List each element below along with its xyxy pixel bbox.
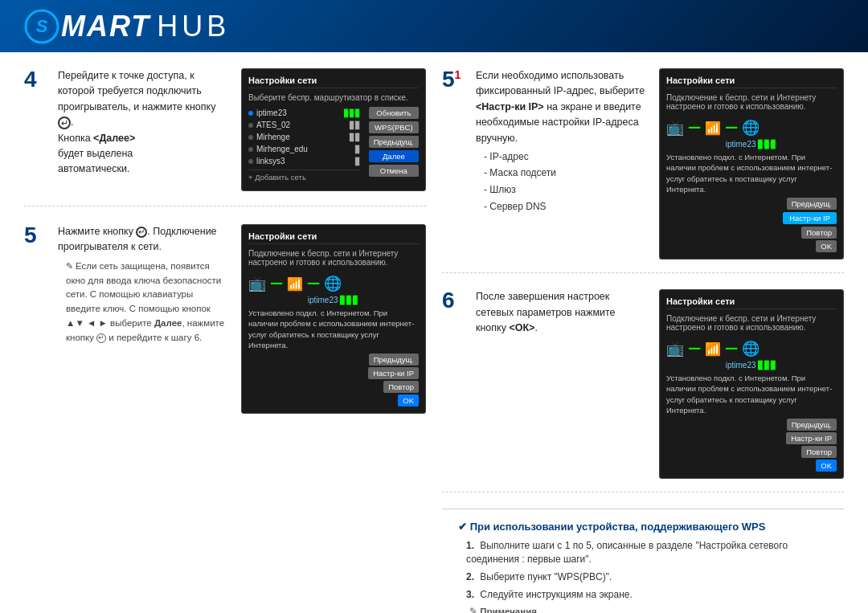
network-list: iptime23▊▊▊ ATES_02▊▊ Mirhenge▊▊ Mirheng…: [248, 107, 361, 167]
ok-btn-5-1[interactable]: OK: [816, 240, 837, 252]
logo-icon: S: [24, 9, 59, 44]
net-item-1[interactable]: iptime23▊▊▊: [248, 107, 361, 119]
step-6-text: После завершения настроек сетевых параме…: [476, 289, 648, 479]
connection-diagram-5: 📺 ━━ 📶 ━━ 🌐: [248, 272, 419, 296]
wps-btn[interactable]: WPS(PBC): [369, 121, 419, 133]
net-item-5[interactable]: linksys3▊: [248, 155, 361, 167]
panel-buttons-5-1: Предыдущ. Настр-ки IP Повтор OK: [666, 198, 837, 252]
wps-note-label: Примечания: [458, 606, 828, 613]
panel-status-5-1: Подключение к беспр. сети и Интернету на…: [666, 93, 837, 111]
panel-status-5: Подключение к беспр. сети и Интернету на…: [248, 249, 419, 267]
connection-diagram-5-1: 📺 ━━ 📶 ━━ 🌐: [666, 116, 837, 140]
status-text-5: Установлено подкл. с Интернетом. При нал…: [248, 308, 419, 350]
wps-section: При использовании устройства, поддержива…: [442, 509, 844, 613]
prev-btn-5-1[interactable]: Предыдущ.: [787, 198, 837, 210]
step-4-block: 4 Перейдите к точке доступа, к которой т…: [24, 68, 426, 206]
arrow2-5: ━━: [308, 278, 319, 289]
wifi-icon-5-1: 📶: [705, 121, 721, 136]
panel-buttons-6: Предыдущ. Настр-ки IP Повтор OK: [666, 419, 837, 472]
panel-title-6: Настройки сети: [666, 296, 837, 309]
wifi-icon-6: 📶: [705, 341, 721, 357]
ip-settings-list: IP-адрес Маска подсети Шлюз Сервер DNS: [476, 149, 648, 214]
globe-icon-5-1: 🌐: [742, 119, 760, 137]
status-text-5-1: Установлено подкл. с Интернетом. При нал…: [666, 152, 837, 194]
step-4-number: 4: [24, 68, 47, 191]
logo-mart: MART: [61, 10, 150, 43]
panel-title-4: Настройки сети: [248, 76, 419, 88]
ssid-label-5-1: iptime23 ▊▊▊: [666, 140, 837, 149]
wps-list: 1. Выполните шаги с 1 по 5, описанные в …: [458, 539, 828, 601]
logo-hub: HUB: [157, 10, 230, 43]
panel-buttons-4: Обновить WPS(PBC) Предыдущ. Далее Отмена: [369, 107, 419, 184]
ssid-label-5: iptime23 ▊▊▊: [248, 296, 419, 304]
net-item-4[interactable]: Mirhenge_edu▊: [248, 143, 361, 155]
status-text-6: Установлено подкл. с Интернетом. При нал…: [666, 373, 837, 415]
ip-settings-btn-6[interactable]: Настр-ки IP: [786, 432, 837, 444]
left-column: 4 Перейдите к точке доступа, к которой т…: [24, 68, 426, 613]
globe-icon-6: 🌐: [742, 340, 760, 358]
step-6-number: 6: [442, 289, 465, 479]
right-column: 51 Если необходимо использовать фиксиров…: [442, 68, 844, 613]
step-6-block: 6 После завершения настроек сетевых пара…: [442, 289, 844, 492]
step-4-text: Перейдите к точке доступа, к которой тре…: [58, 68, 230, 191]
wifi-icon-5: 📶: [287, 276, 303, 292]
step-6-image: Настройки сети Подключение к беспр. сети…: [659, 289, 844, 479]
header: S MART HUB: [0, 0, 868, 52]
ok-btn-6[interactable]: OK: [816, 460, 837, 472]
tv-icon-5: 📺: [248, 275, 266, 292]
step-5-1-block: 51 Если необходимо использовать фиксиров…: [442, 68, 844, 273]
wps-item-2: 2. Выберите пункт "WPS(PBC)".: [466, 570, 828, 584]
tv-icon-6: 📺: [666, 340, 684, 358]
prev-btn-6[interactable]: Предыдущ.: [787, 419, 837, 431]
globe-icon-5: 🌐: [324, 275, 342, 292]
panel-title-5-1: Настройки сети: [666, 76, 837, 88]
wps-item-3: 3. Следуйте инструкциям на экране.: [466, 588, 828, 602]
ip-settings-btn-5[interactable]: Настр-ки IP: [368, 367, 419, 379]
step-5-text: Нажмите кнопку ↵. Подключение проигрыват…: [58, 224, 230, 414]
cancel-btn-4[interactable]: Отмена: [369, 165, 419, 177]
panel-title-5: Настройки сети: [248, 231, 419, 244]
prev-btn-5[interactable]: Предыдущ.: [369, 353, 419, 366]
step-5-image: Настройки сети Подключение к беспр. сети…: [241, 224, 426, 414]
step-4-image: Настройки сети Выберите беспр. маршрутиз…: [241, 68, 426, 191]
wps-item-1: 1. Выполните шаги с 1 по 5, описанные в …: [466, 539, 828, 566]
repeat-btn-5-1[interactable]: Повтор: [801, 227, 837, 239]
next-btn-4[interactable]: Далее: [369, 150, 419, 162]
add-network[interactable]: + Добавить сеть: [248, 170, 361, 184]
panel-status-6: Подключение к беспр. сети и Интернету на…: [666, 314, 837, 332]
repeat-btn-5[interactable]: Повтор: [383, 381, 419, 393]
step-5-number: 5: [24, 224, 47, 414]
arrow1-5: ━━: [271, 278, 282, 289]
panel-buttons-5: Предыдущ. Настр-ки IP Повтор OK: [248, 353, 419, 407]
net-item-3[interactable]: Mirhenge▊▊: [248, 131, 361, 143]
svg-text:S: S: [36, 16, 48, 36]
ok-btn-5[interactable]: OK: [398, 394, 419, 407]
ip-settings-btn-5-1[interactable]: Настр-ки IP: [783, 212, 837, 224]
step-5-note: Если сеть защищена, появится окно для вв…: [58, 260, 230, 345]
tv-icon-5-1: 📺: [666, 119, 684, 137]
step-5-block: 5 Нажмите кнопку ↵. Подключение проигрыв…: [24, 224, 426, 428]
connection-diagram-6: 📺 ━━ 📶 ━━ 🌐: [666, 337, 837, 361]
wps-title: При использовании устройства, поддержива…: [458, 521, 828, 533]
logo: S MART HUB: [24, 9, 230, 44]
step-5-1-number: 51: [442, 68, 465, 260]
main-content: 4 Перейдите к точке доступа, к которой т…: [0, 52, 868, 613]
repeat-btn-6[interactable]: Повтор: [801, 446, 837, 458]
step-5-1-text: Если необходимо использовать фиксированн…: [476, 68, 648, 260]
net-item-2[interactable]: ATES_02▊▊: [248, 119, 361, 131]
panel-subtitle-4: Выберите беспр. маршрутизатор в списке.: [248, 93, 419, 102]
update-btn[interactable]: Обновить: [369, 107, 419, 119]
step-5-1-image: Настройки сети Подключение к беспр. сети…: [659, 68, 844, 260]
ssid-label-6: iptime23 ▊▊▊: [666, 361, 837, 370]
prev-btn-4[interactable]: Предыдущ.: [369, 136, 419, 148]
